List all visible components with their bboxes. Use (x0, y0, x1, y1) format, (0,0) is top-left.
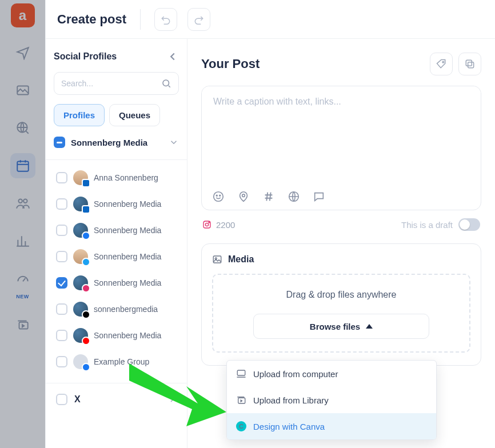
profile-checkbox[interactable] (56, 277, 67, 289)
facebook-badge-icon (82, 363, 90, 371)
nav-new-badge: NEW (16, 294, 29, 299)
svg-point-6 (163, 80, 169, 86)
menu-label: Design with Canva (253, 422, 325, 431)
caption-toolbar (202, 183, 481, 210)
browse-label: Browse files (310, 322, 360, 331)
x-checkbox[interactable] (56, 394, 67, 405)
media-dropzone[interactable]: Drag & drop files anywhere Browse files (212, 274, 470, 353)
menu-label: Upload from computer (253, 369, 338, 379)
profile-item[interactable]: Sonnenberg Media (54, 322, 179, 349)
search-input-wrapper[interactable] (54, 72, 179, 95)
app-sidebar: a NEW (0, 0, 46, 448)
editor-title: Your Post (201, 57, 424, 71)
collapse-sidebar-icon[interactable] (166, 50, 179, 63)
redo-button[interactable] (187, 8, 210, 31)
canva-icon: C (236, 421, 246, 431)
divider (140, 9, 141, 30)
linkedin-badge-icon (82, 179, 90, 187)
facebook-badge-icon (82, 231, 90, 240)
svg-point-10 (214, 192, 223, 202)
nav-image-icon[interactable] (10, 78, 35, 103)
profile-item[interactable]: sonnenbergmedia (54, 296, 179, 322)
undo-button[interactable] (154, 8, 177, 31)
search-icon (161, 78, 171, 89)
profile-name: Sonnenberg Media (94, 252, 161, 261)
tab-queues[interactable]: Queues (109, 104, 160, 126)
nav-globe-icon[interactable] (10, 115, 35, 141)
tags-button[interactable] (430, 53, 453, 75)
profile-name: sonnenbergmedia (94, 305, 158, 314)
svg-rect-2 (17, 161, 29, 171)
menu-upload-computer[interactable]: Upload from computer (227, 361, 436, 387)
profile-checkbox[interactable] (56, 330, 67, 341)
caption-meta: 2200 This is a draft (202, 218, 480, 231)
caption-box (201, 86, 481, 210)
profile-group-row[interactable]: Sonnenberg Media (54, 137, 179, 148)
svg-rect-9 (466, 60, 472, 66)
divider (46, 159, 187, 160)
profile-list: Anna Sonnenberg Sonnenberg Media Sonnenb… (54, 165, 179, 375)
profile-checkbox[interactable] (56, 303, 67, 315)
globe-icon[interactable] (288, 190, 300, 203)
copy-button[interactable] (458, 53, 481, 75)
svg-point-3 (18, 199, 22, 203)
computer-icon (236, 369, 246, 379)
chevron-down-icon[interactable] (169, 137, 179, 147)
profile-checkbox[interactable] (56, 172, 67, 183)
chevron-right-icon (167, 395, 177, 404)
svg-rect-20 (237, 370, 245, 375)
media-label: Media (228, 254, 254, 265)
svg-point-17 (209, 222, 209, 223)
nav-analytics-icon[interactable] (10, 229, 35, 254)
profile-checkbox[interactable] (56, 225, 67, 236)
profiles-sidebar: Social Profiles Profiles Queues Sonnenbe… (46, 39, 187, 448)
image-icon (212, 254, 222, 265)
profile-item[interactable]: Example Group (54, 349, 179, 375)
dropzone-text: Drag & drop files anywhere (222, 290, 460, 300)
tiktok-badge-icon (82, 310, 90, 319)
search-input[interactable] (61, 79, 161, 88)
profile-item[interactable]: Sonnenberg Media (54, 243, 179, 270)
linkedin-badge-icon (82, 205, 90, 214)
nav-send-icon[interactable] (10, 40, 35, 65)
page-title: Create post (57, 12, 126, 27)
svg-rect-18 (213, 256, 221, 263)
menu-design-canva[interactable]: C Design with Canva (227, 413, 436, 439)
x-label: X (74, 394, 161, 405)
hashtag-icon[interactable] (262, 190, 275, 203)
menu-label: Upload from Library (253, 395, 329, 405)
profiles-title: Social Profiles (54, 51, 117, 62)
profile-item[interactable]: Sonnenberg Media (54, 191, 179, 217)
menu-upload-library[interactable]: Upload from Library (227, 387, 436, 413)
profile-checkbox[interactable] (56, 356, 67, 367)
group-name: Sonnenberg Media (71, 138, 163, 147)
emoji-icon[interactable] (212, 190, 225, 203)
tab-profiles[interactable]: Profiles (54, 104, 105, 126)
profile-name: Sonnenberg Media (94, 199, 161, 209)
profile-item[interactable]: Sonnenberg Media (54, 217, 179, 243)
svg-rect-0 (17, 86, 29, 94)
profile-item[interactable]: Sonnenberg Media (54, 270, 179, 296)
profile-name: Example Group (94, 357, 149, 366)
svg-point-1 (17, 122, 27, 132)
browse-files-button[interactable]: Browse files (253, 314, 429, 339)
sidebar-footer-x[interactable]: X (46, 383, 187, 415)
location-icon[interactable] (237, 190, 250, 203)
profile-checkbox[interactable] (56, 251, 67, 262)
group-checkbox-icon[interactable] (54, 137, 65, 148)
comment-icon[interactable] (313, 190, 325, 203)
draft-toggle[interactable] (458, 218, 480, 231)
twitter-badge-icon (82, 258, 90, 266)
svg-rect-5 (19, 322, 27, 329)
profile-item[interactable]: Anna Sonnenberg (54, 165, 179, 191)
nav-people-icon[interactable] (10, 191, 35, 216)
nav-gauge-icon[interactable] (10, 266, 35, 291)
nav-collection-icon[interactable] (10, 312, 35, 337)
caption-input[interactable] (202, 86, 481, 183)
profile-checkbox[interactable] (56, 198, 67, 210)
svg-point-11 (216, 195, 217, 196)
nav-calendar-icon[interactable] (10, 153, 35, 178)
svg-point-4 (23, 199, 27, 203)
svg-point-7 (442, 61, 444, 63)
instagram-badge-icon (82, 284, 90, 293)
